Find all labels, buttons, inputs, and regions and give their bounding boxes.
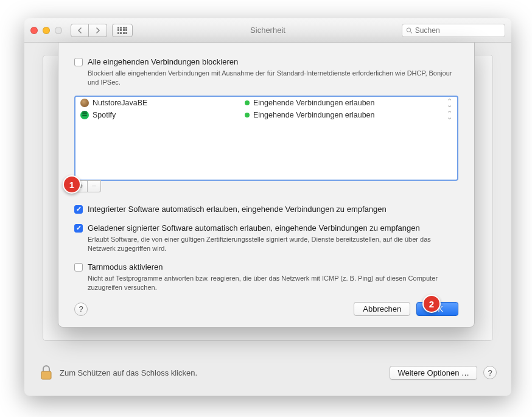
window-controls	[30, 27, 62, 34]
annotation-1: 1	[63, 175, 81, 194]
status-stepper[interactable]: ⌃ ⌄	[447, 99, 452, 107]
app-icon	[80, 111, 89, 119]
add-remove-controls: + −	[74, 180, 458, 192]
status-dot-icon	[245, 100, 250, 105]
search-input[interactable]	[402, 24, 505, 37]
nav-buttons	[71, 24, 107, 37]
app-name: NutstoreJavaBE	[93, 99, 147, 107]
lock-icon[interactable]	[39, 364, 54, 381]
remove-button[interactable]: −	[88, 180, 101, 192]
search-icon	[406, 27, 413, 34]
builtin-label: Integrierter Software automatisch erlaub…	[88, 205, 387, 214]
chevron-left-icon	[77, 27, 82, 33]
app-name: Spotify	[93, 111, 116, 119]
block-all-desc: Blockiert alle eingehenden Verbindungen …	[88, 69, 458, 87]
options: Integrierter Software automatisch erlaub…	[74, 205, 458, 292]
stealth-checkbox[interactable]	[74, 263, 83, 272]
svg-line-1	[410, 31, 412, 33]
block-all-label: Alle eingehenden Verbindungen blockieren	[88, 57, 238, 66]
block-all-checkbox[interactable]	[74, 58, 83, 66]
chevron-down-icon: ⌄	[447, 115, 452, 119]
help-button[interactable]: ?	[483, 366, 497, 379]
app-status: Eingehende Verbindungen erlauben	[253, 111, 374, 119]
lock-text: Zum Schützen auf das Schloss klicken.	[60, 368, 383, 377]
status-stepper[interactable]: ⌃ ⌄	[447, 111, 452, 119]
more-options-button[interactable]: Weitere Optionen …	[390, 366, 477, 380]
signed-checkbox[interactable]	[74, 224, 83, 233]
minimize-icon[interactable]	[43, 27, 50, 34]
cancel-button[interactable]: Abbrechen	[354, 302, 410, 316]
signed-label: Geladener signierter Software automatisc…	[88, 223, 420, 233]
back-button[interactable]	[71, 24, 89, 37]
svg-point-0	[407, 27, 410, 31]
footer: Zum Schützen auf das Schloss klicken. We…	[24, 353, 511, 386]
app-status: Eingehende Verbindungen erlauben	[253, 99, 374, 107]
table-row[interactable]: Spotify Eingehende Verbindungen erlauben…	[75, 109, 457, 121]
zoom-icon	[55, 27, 62, 34]
chevron-right-icon	[96, 27, 100, 33]
table-row[interactable]: NutstoreJavaBE Eingehende Verbindungen e…	[75, 97, 457, 109]
search-field[interactable]	[415, 26, 501, 35]
stealth-desc: Nicht auf Testprogramme antworten bzw. r…	[88, 274, 458, 292]
sheet-footer: ? Abbrechen OK	[74, 302, 458, 316]
signed-desc: Erlaubt Software, die von einer gültigen…	[88, 235, 458, 253]
grid-icon	[117, 27, 128, 34]
window-title: Sicherheit	[250, 26, 285, 35]
titlebar: Sicherheit	[24, 18, 511, 43]
forward-button[interactable]	[89, 24, 107, 37]
app-table[interactable]: NutstoreJavaBE Eingehende Verbindungen e…	[74, 96, 458, 181]
show-all-button[interactable]	[112, 24, 133, 37]
status-dot-icon	[245, 113, 250, 117]
app-icon	[80, 99, 89, 107]
builtin-checkbox[interactable]	[74, 205, 83, 214]
stealth-label: Tarnmodus aktivieren	[88, 262, 163, 272]
close-icon[interactable]	[30, 27, 38, 34]
block-all-row: Alle eingehenden Verbindungen blockieren	[74, 57, 458, 66]
svg-rect-2	[41, 371, 51, 379]
firewall-options-sheet: Alle eingehenden Verbindungen blockieren…	[58, 42, 475, 328]
help-button[interactable]: ?	[74, 303, 88, 316]
annotation-2: 2	[422, 295, 441, 313]
chevron-down-icon: ⌄	[447, 103, 452, 107]
